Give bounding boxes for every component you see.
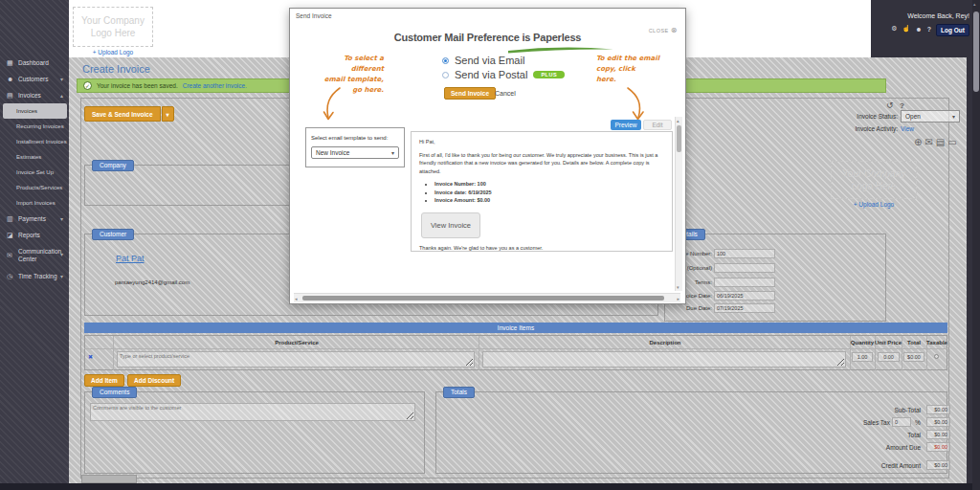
scroll-up-icon[interactable]: ▴ [677, 118, 679, 123]
comments-textarea[interactable] [90, 403, 415, 421]
communication-icon: ✉ [7, 251, 14, 259]
total-header: Total [902, 340, 926, 345]
credit-amount-value: $0.00 [926, 460, 950, 470]
customer-name-link[interactable]: Pat Pat [116, 254, 145, 263]
sidebar-item-customers[interactable]: ☻Customers▾ [0, 71, 69, 87]
view-invoice-button[interactable]: View Invoice [421, 212, 480, 239]
totals-tab: Totals [443, 387, 475, 398]
cancel-link[interactable]: Cancel [495, 90, 516, 97]
upload-logo-link[interactable]: + Upload Logo [73, 49, 153, 56]
sidebar-item-label: Reports [18, 232, 40, 238]
sidebar-item-communication-center[interactable]: ✉Communication Center▾ [0, 243, 69, 268]
scroll-down-icon[interactable]: ▾ [677, 284, 679, 290]
amount-due-value: $0.00 [926, 442, 950, 452]
sidebar-item-invoices[interactable]: ▤Invoices▴ [0, 87, 69, 103]
subtotal-label: Sub-Total [825, 407, 921, 413]
taxable-header: Taxable [926, 340, 947, 345]
radio-unselected-icon[interactable] [442, 72, 449, 78]
logout-button[interactable]: Log Out [936, 24, 969, 36]
invoice-status-select[interactable]: Open▾ [901, 110, 960, 122]
send-invoice-button[interactable]: Send Invoice [444, 87, 496, 100]
unit-price-input[interactable] [878, 352, 900, 362]
add-item-button[interactable]: Add Item [84, 374, 124, 387]
sidebar-subitem-invoices[interactable]: Invoices [3, 103, 67, 119]
bottom-tab-stub [81, 475, 137, 483]
subtotal-value: $0.00 [926, 405, 950, 414]
help-icon[interactable]: ? [927, 26, 931, 33]
sidebar-item-payments[interactable]: ▥Payments▾ [0, 211, 69, 227]
invoices-icon: ▤ [7, 92, 14, 100]
dashboard-icon: ▦ [7, 59, 14, 67]
description-header: Description [480, 340, 850, 345]
modal-horizontal-scrollbar[interactable]: ◂ ▸ [294, 293, 680, 302]
invoice-number-field[interactable]: 100 [714, 249, 775, 258]
scrollbar-thumb[interactable] [302, 296, 664, 301]
chevron-down-icon: ▾ [60, 273, 63, 279]
chevron-down-icon: ▾ [391, 149, 394, 156]
print-icon[interactable]: ▤ [936, 137, 945, 147]
scrollbar-thumb[interactable] [677, 125, 681, 152]
add-discount-button[interactable]: Add Discount [127, 374, 181, 387]
sidebar-item-label: Invoices [18, 92, 41, 99]
send-via-email-option[interactable]: Send via Email [442, 55, 524, 66]
chevron-down-icon: ▾ [60, 215, 63, 222]
send-via-postal-option[interactable]: Send via Postal PLUS [442, 69, 565, 80]
terms-field[interactable] [714, 278, 775, 287]
customers-icon: ☻ [7, 76, 14, 82]
sidebar-subitem-invoice-set-up[interactable]: Invoice Set Up [0, 165, 69, 180]
scroll-right-icon[interactable]: ▸ [677, 296, 679, 301]
sidebar-subitem-estimates[interactable]: Estimates [0, 149, 69, 165]
sidebar: ▦Dashboard ☻Customers▾ ▤Invoices▴ Invoic… [0, 0, 69, 490]
sales-tax-label: Sales Tax [813, 419, 890, 426]
email-preview-panel: Hi Pat, First of all, I'd like to thank … [411, 131, 673, 252]
credit-amount-label: Credit Amount [825, 462, 921, 469]
preview-vertical-scrollbar[interactable]: ▴ ▾ [675, 117, 682, 291]
sidebar-subitem-import-invoices[interactable]: Import Invoices [0, 195, 69, 211]
taxable-checkbox[interactable] [934, 354, 939, 359]
delete-row-icon[interactable]: ✖ [88, 353, 93, 360]
sidebar-item-time-tracking[interactable]: ◷Time Tracking▾ [0, 268, 69, 284]
scroll-left-icon[interactable]: ◂ [295, 296, 298, 301]
sidebar-item-label: Customers [18, 76, 48, 82]
email-icon[interactable]: ✉ [924, 137, 932, 147]
invoice-date-field[interactable]: 06/19/2025 [714, 291, 775, 301]
edit-tab[interactable]: Edit [643, 120, 672, 130]
product-service-input[interactable] [117, 351, 475, 368]
help-question-icon[interactable]: ? [900, 101, 904, 110]
preview-tab[interactable]: Preview [611, 120, 641, 130]
row-total-field[interactable] [903, 352, 924, 362]
success-check-icon: ✓ [83, 81, 92, 90]
page-scrollbar[interactable]: ▴ [972, 0, 980, 490]
radio-selected-icon[interactable] [442, 57, 449, 64]
template-label: Select email template to send: [311, 135, 388, 141]
web-globe-icon[interactable]: ⊕ [914, 137, 922, 147]
upload-logo-link-2[interactable]: + Upload Logo [831, 201, 917, 208]
user-icon[interactable]: ☻ [915, 26, 922, 33]
po-number-field[interactable] [714, 263, 775, 273]
annotation-right: To edit the email copy, click here. [596, 54, 663, 85]
gear-icon[interactable]: ⚙ [891, 25, 897, 33]
send-invoice-modal: Send Invoice CLOSE⊗ Customer Mail Prefer… [289, 8, 686, 304]
sidebar-item-label: Communication Center [18, 248, 56, 264]
scrollbar-thumb[interactable] [973, 11, 979, 92]
create-another-invoice-link[interactable]: Create another invoice. [183, 82, 247, 89]
email-greeting: Hi Pat, [419, 138, 664, 146]
invoice-activity-view-link[interactable]: View [901, 125, 914, 132]
due-date-field[interactable]: 07/19/2025 [714, 303, 775, 313]
sidebar-subitem-products-services[interactable]: Products/Services [0, 180, 69, 195]
quantity-input[interactable] [852, 352, 873, 362]
save-send-invoice-button[interactable]: Save & Send Invoice ▾ [84, 106, 174, 122]
sidebar-item-dashboard[interactable]: ▦Dashboard [0, 55, 69, 71]
sidebar-item-reports[interactable]: ◪Reports [0, 227, 69, 243]
history-icon[interactable]: ↺ [886, 100, 894, 110]
description-input[interactable] [482, 351, 846, 368]
devices-icon[interactable]: ▭ [947, 137, 956, 147]
product-service-header: Product/Service [115, 340, 479, 345]
sales-tax-rate-input[interactable] [892, 417, 911, 427]
template-select[interactable]: New Invoice▾ [311, 146, 399, 159]
scroll-up-icon[interactable]: ▴ [973, 1, 976, 7]
save-send-dropdown-caret[interactable]: ▾ [162, 106, 174, 122]
sidebar-subitem-recurring-invoices[interactable]: Recurring Invoices [0, 119, 69, 134]
sidebar-subitem-installment-invoices[interactable]: Installment Invoices [0, 134, 69, 149]
thumbs-up-icon[interactable]: ☝ [902, 25, 911, 33]
